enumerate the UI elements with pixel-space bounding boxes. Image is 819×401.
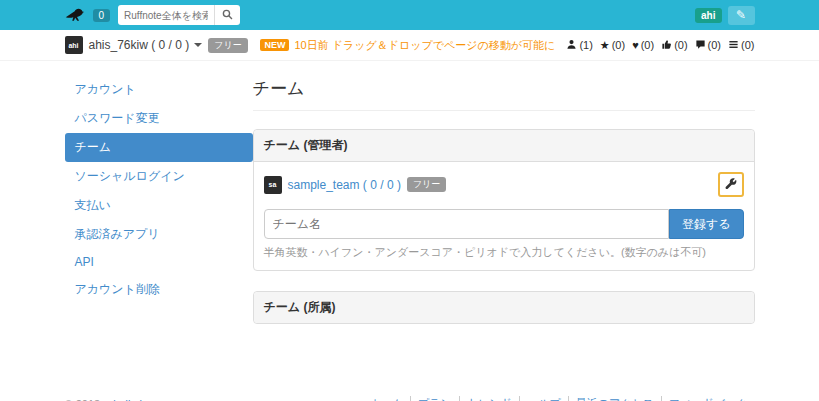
team-row: sa sample_team ( 0 / 0 ) フリー bbox=[264, 172, 744, 197]
page: 0 ahi ✎ ahi bbox=[0, 0, 819, 401]
comment-stat[interactable]: (0) bbox=[695, 39, 721, 52]
user-subheader: ahi ahis_76kiw ( 0 / 0 ) フリー NEW 10日前 ドラ… bbox=[0, 30, 819, 61]
members-count: (1) bbox=[579, 39, 592, 51]
company-link[interactable]: mindia inc. bbox=[104, 398, 157, 401]
footer-links: ホーム プラン トレンド ヘルプ 最近のアクセス フィードバック bbox=[363, 396, 755, 401]
heart-stat[interactable]: ♥ (0) bbox=[632, 39, 654, 51]
footer-link-trend[interactable]: トレンド bbox=[459, 396, 519, 401]
team-avatar: sa bbox=[264, 176, 282, 194]
annotation-highlight bbox=[718, 172, 744, 197]
team-name-input[interactable] bbox=[264, 209, 669, 239]
news-link[interactable]: 10日前 ドラッグ＆ドロップでページの移動が可能に bbox=[294, 38, 555, 53]
thumbs-up-icon bbox=[661, 39, 672, 52]
team-name-link[interactable]: sample_team ( 0 / 0 ) bbox=[288, 178, 401, 192]
heart-count: (0) bbox=[641, 39, 654, 51]
top-navbar: 0 ahi ✎ bbox=[0, 0, 819, 30]
sidebar-item-password[interactable]: パスワード変更 bbox=[65, 104, 253, 133]
team-settings-button[interactable] bbox=[724, 176, 738, 193]
search-icon bbox=[222, 8, 233, 23]
global-search bbox=[118, 5, 240, 25]
members-stat[interactable]: (1) bbox=[566, 39, 592, 52]
comment-count: (0) bbox=[708, 39, 721, 51]
member-teams-panel-header: チーム (所属) bbox=[254, 292, 754, 323]
sidebar-item-authorized-apps[interactable]: 承認済みアプリ bbox=[65, 220, 253, 249]
search-input[interactable] bbox=[118, 5, 214, 25]
new-page-button[interactable]: ✎ bbox=[728, 6, 755, 25]
user-avatar[interactable]: ahi bbox=[65, 36, 83, 54]
plan-badge[interactable]: フリー bbox=[208, 38, 247, 53]
page-title: チーム bbox=[253, 75, 755, 111]
person-icon bbox=[566, 39, 577, 52]
list-count: (0) bbox=[741, 39, 754, 51]
sidebar-item-delete-account[interactable]: アカウント削除 bbox=[65, 275, 253, 304]
sidebar-item-api[interactable]: API bbox=[65, 249, 253, 275]
team-plan-badge[interactable]: フリー bbox=[407, 177, 446, 192]
like-count: (0) bbox=[674, 39, 687, 51]
footer-link-help[interactable]: ヘルプ bbox=[519, 396, 568, 401]
sidebar-item-team[interactable]: チーム bbox=[65, 133, 253, 162]
list-icon bbox=[728, 39, 739, 52]
chevron-down-icon bbox=[194, 43, 202, 47]
footer-link-home[interactable]: ホーム bbox=[363, 396, 411, 401]
star-stat[interactable]: ★ (0) bbox=[600, 39, 625, 51]
pencil-icon: ✎ bbox=[736, 8, 746, 22]
username-dropdown[interactable]: ahis_76kiw ( 0 / 0 ) bbox=[89, 38, 203, 52]
search-button[interactable] bbox=[214, 5, 240, 25]
username-label: ahis_76kiw ( 0 / 0 ) bbox=[89, 38, 190, 52]
star-count: (0) bbox=[612, 39, 625, 51]
sidebar-item-account[interactable]: アカウント bbox=[65, 75, 253, 104]
settings-sidebar: アカウント パスワード変更 チーム ソーシャルログイン 支払い 承認済みアプリ … bbox=[65, 75, 253, 344]
copyright-year: © 2013 bbox=[65, 398, 101, 401]
list-stat[interactable]: (0) bbox=[728, 39, 754, 52]
admin-teams-panel-header: チーム (管理者) bbox=[254, 130, 754, 162]
register-team-button[interactable]: 登録する bbox=[669, 209, 744, 239]
user-stats: (1) ★ (0) ♥ (0) (0) bbox=[566, 39, 754, 52]
footer-link-plan[interactable]: プラン bbox=[410, 396, 459, 401]
footer-link-feedback[interactable]: フィードバック bbox=[661, 396, 755, 401]
star-icon: ★ bbox=[600, 40, 610, 51]
create-team-form: 登録する bbox=[264, 209, 744, 239]
member-teams-panel: チーム (所属) bbox=[253, 291, 755, 324]
news-new-badge: NEW bbox=[260, 39, 289, 51]
heart-icon: ♥ bbox=[632, 40, 639, 51]
like-stat[interactable]: (0) bbox=[661, 39, 687, 52]
sidebar-item-payment[interactable]: 支払い bbox=[65, 191, 253, 220]
wrench-icon bbox=[724, 176, 738, 193]
current-user-badge[interactable]: ahi bbox=[695, 8, 721, 23]
copyright: © 2013 mindia inc. bbox=[65, 398, 157, 401]
footer: © 2013 mindia inc. ホーム プラン トレンド ヘルプ 最近のア… bbox=[65, 386, 755, 401]
ruffnote-bird-logo-icon[interactable] bbox=[65, 7, 85, 23]
admin-teams-panel: チーム (管理者) sa sample_team ( 0 / 0 ) フリー bbox=[253, 129, 755, 271]
footer-link-recent-access[interactable]: 最近のアクセス bbox=[568, 396, 661, 401]
main-content: チーム チーム (管理者) sa sample_team ( 0 / 0 ) フ… bbox=[253, 75, 755, 344]
team-name-help-text: 半角英数・ハイフン・アンダースコア・ピリオドで入力してください。(数字のみは不可… bbox=[264, 245, 744, 260]
notification-count-badge[interactable]: 0 bbox=[93, 9, 111, 22]
speech-bubble-icon bbox=[695, 39, 706, 52]
sidebar-item-social-login[interactable]: ソーシャルログイン bbox=[65, 162, 253, 191]
